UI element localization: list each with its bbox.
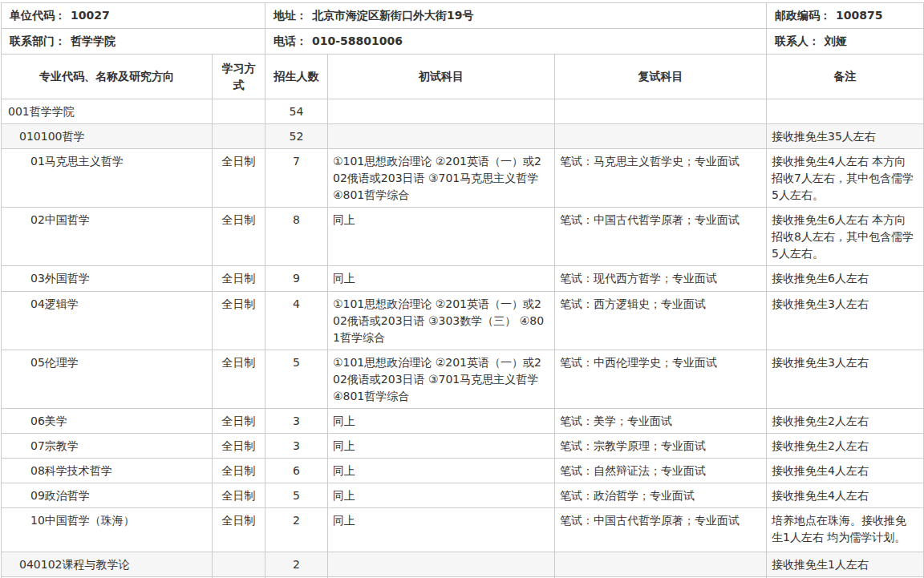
program-row: 040102课程与教学论 2 接收推免生1人左右 xyxy=(2,552,924,577)
retest-subjects: 笔试：美学；专业面试 xyxy=(555,409,767,434)
study-mode: 全日制 xyxy=(213,508,265,552)
retest-subjects xyxy=(555,124,767,149)
initial-exam-subjects: 同上 xyxy=(328,483,555,508)
address-label: 地址： xyxy=(274,9,307,22)
remark: 接收推免生35人左右 xyxy=(767,124,924,149)
postcode-value: 100875 xyxy=(836,9,882,22)
program-row: 01马克思主义哲学 全日制 7 ①101思想政治理论 ②201英语（一）或202… xyxy=(2,149,924,208)
initial-exam-subjects: ①101思想政治理论 ②201英语（一）或202俄语或203日语 ③701马克思… xyxy=(328,149,555,208)
remark: 接收推免生4人左右 xyxy=(767,459,924,483)
postcode-cell: 邮政编码：100875 xyxy=(767,3,924,29)
col-header-initial-exam: 初试科目 xyxy=(328,55,555,99)
program-name: 03外国哲学 xyxy=(2,266,213,292)
program-row: 10中国哲学（珠海） 全日制 2 同上 笔试：中国古代哲学原著；专业面试 培养地… xyxy=(2,508,924,552)
address-cell: 地址：北京市海淀区新街口外大街19号 xyxy=(265,3,767,29)
program-row: 05伦理学 全日制 5 ①101思想政治理论 ②201英语（一）或202俄语或2… xyxy=(2,350,924,409)
address-value: 北京市海淀区新街口外大街19号 xyxy=(312,9,473,22)
retest-subjects xyxy=(555,99,767,124)
program-row: 04逻辑学 全日制 4 ①101思想政治理论 ②201英语（一）或202俄语或2… xyxy=(2,292,924,350)
col-header-study-mode: 学习方式 xyxy=(213,55,265,99)
phone-cell: 电话：010-58801006 xyxy=(265,29,767,55)
study-mode: 全日制 xyxy=(213,459,265,483)
remark: 接收推免生6人左右 xyxy=(767,266,924,292)
study-mode: 全日制 xyxy=(213,434,265,459)
program-row: 07宗教学 全日制 3 同上 笔试：宗教学原理；专业面试 接收推免生2人左右 xyxy=(2,434,924,459)
enrollment-count: 3 xyxy=(265,409,328,434)
col-header-remark: 备注 xyxy=(767,55,924,99)
postcode-label: 邮政编码： xyxy=(775,9,831,22)
program-name: 09政治哲学 xyxy=(2,483,213,508)
retest-subjects: 笔试：宗教学原理；专业面试 xyxy=(555,434,767,459)
remark: 接收推免生3人左右 xyxy=(767,350,924,409)
info-row-top: 单位代码：10027 地址：北京市海淀区新街口外大街19号 邮政编码：10087… xyxy=(2,3,924,29)
study-mode xyxy=(213,99,265,124)
remark: 接收推免生1人左右 xyxy=(767,552,924,577)
remark: 接收推免生4人左右 xyxy=(767,483,924,508)
remark: 接收推免生4人左右 本方向招收7人左右，其中包含儒学5人左右。 xyxy=(767,149,924,208)
program-table-body: 001哲学学院 54 010100哲学 52 接收推免生35人左右 01马克思主… xyxy=(2,99,924,578)
department-label: 联系部门： xyxy=(10,34,66,47)
program-name: 06美学 xyxy=(2,409,213,434)
contact-person-value: 刘娅 xyxy=(825,34,847,47)
retest-subjects: 笔试：中国古代哲学原著；专业面试 xyxy=(555,208,767,266)
initial-exam-subjects: 同上 xyxy=(328,266,555,292)
remark: 接收推免生6人左右 本方向招收8人左右，其中包含儒学5人左右。 xyxy=(767,208,924,266)
column-header-row: 专业代码、名称及研究方向 学习方式 招生人数 初试科目 复试科目 备注 xyxy=(2,55,924,99)
retest-subjects: 笔试：中西伦理学史；专业面试 xyxy=(555,350,767,409)
study-mode: 全日制 xyxy=(213,350,265,409)
remark xyxy=(767,99,924,124)
program-name: 10中国哲学（珠海） xyxy=(2,508,213,552)
program-row: 09政治哲学 全日制 5 同上 笔试：政治哲学；专业面试 接收推免生4人左右 xyxy=(2,483,924,508)
phone-label: 电话： xyxy=(274,34,307,47)
program-row: 08科学技术哲学 全日制 6 同上 笔试：自然辩证法；专业面试 接收推免生4人左… xyxy=(2,459,924,483)
initial-exam-subjects: ①101思想政治理论 ②201英语（一）或202俄语或203日语 ③701马克思… xyxy=(328,350,555,409)
program-name: 001哲学学院 xyxy=(2,99,213,124)
retest-subjects xyxy=(555,552,767,577)
enrollment-count: 3 xyxy=(265,434,328,459)
program-name: 01马克思主义哲学 xyxy=(2,149,213,208)
study-mode xyxy=(213,552,265,577)
retest-subjects: 笔试：西方逻辑史；专业面试 xyxy=(555,292,767,350)
enrollment-count: 5 xyxy=(265,350,328,409)
retest-subjects: 笔试：中国古代哲学原著；专业面试 xyxy=(555,508,767,552)
program-name: 010100哲学 xyxy=(2,124,213,149)
admissions-page: 单位代码：10027 地址：北京市海淀区新街口外大街19号 邮政编码：10087… xyxy=(0,0,924,578)
initial-exam-subjects: 同上 xyxy=(328,409,555,434)
remark: 接收推免生3人左右 xyxy=(767,292,924,350)
study-mode: 全日制 xyxy=(213,483,265,508)
enrollment-count: 52 xyxy=(265,124,328,149)
study-mode: 全日制 xyxy=(213,409,265,434)
department-value: 哲学学院 xyxy=(71,34,116,47)
enrollment-count: 9 xyxy=(265,266,328,292)
program-row: 010100哲学 52 接收推免生35人左右 xyxy=(2,124,924,149)
study-mode: 全日制 xyxy=(213,149,265,208)
study-mode xyxy=(213,124,265,149)
unit-code-cell: 单位代码：10027 xyxy=(2,3,265,29)
remark: 接收推免生2人左右 xyxy=(767,434,924,459)
contact-person-label: 联系人： xyxy=(775,34,820,47)
study-mode: 全日制 xyxy=(213,266,265,292)
retest-subjects: 笔试：自然辩证法；专业面试 xyxy=(555,459,767,483)
program-row: 001哲学学院 54 xyxy=(2,99,924,124)
initial-exam-subjects: ①101思想政治理论 ②201英语（一）或202俄语或203日语 ③303数学（… xyxy=(328,292,555,350)
program-name: 02中国哲学 xyxy=(2,208,213,266)
enrollment-count: 7 xyxy=(265,149,328,208)
info-row-bottom: 联系部门：哲学学院 电话：010-58801006 联系人：刘娅 xyxy=(2,29,924,55)
enrollment-count: 2 xyxy=(265,508,328,552)
program-row: 02中国哲学 全日制 8 同上 笔试：中国古代哲学原著；专业面试 接收推免生6人… xyxy=(2,208,924,266)
admissions-table: 单位代码：10027 地址：北京市海淀区新街口外大街19号 邮政编码：10087… xyxy=(1,2,924,578)
retest-subjects: 笔试：现代西方哲学；专业面试 xyxy=(555,266,767,292)
col-header-enrollment: 招生人数 xyxy=(265,55,328,99)
enrollment-count: 54 xyxy=(265,99,328,124)
enrollment-count: 5 xyxy=(265,483,328,508)
retest-subjects: 笔试：政治哲学；专业面试 xyxy=(555,483,767,508)
unit-code-label: 单位代码： xyxy=(10,9,66,22)
study-mode: 全日制 xyxy=(213,208,265,266)
enrollment-count: 4 xyxy=(265,292,328,350)
col-header-program: 专业代码、名称及研究方向 xyxy=(2,55,213,99)
program-name: 040102课程与教学论 xyxy=(2,552,213,577)
unit-code-value: 10027 xyxy=(71,9,110,22)
remark: 接收推免生2人左右 xyxy=(767,409,924,434)
program-row: 03外国哲学 全日制 9 同上 笔试：现代西方哲学；专业面试 接收推免生6人左右 xyxy=(2,266,924,292)
initial-exam-subjects: 同上 xyxy=(328,459,555,483)
